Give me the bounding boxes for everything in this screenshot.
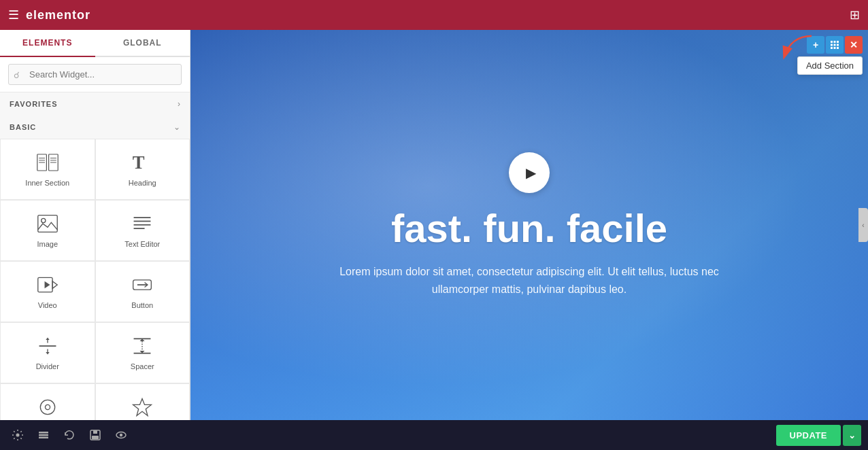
top-bar: ☰ elementor ⊞ — [0, 0, 868, 30]
inner-section-icon — [37, 152, 59, 173]
update-group: UPDATE ⌄ — [776, 425, 861, 446]
svg-rect-34 — [834, 41, 836, 43]
search-input[interactable] — [8, 64, 182, 85]
add-section-grid-btn[interactable] — [826, 36, 844, 54]
spacer-icon — [131, 335, 153, 357]
svg-point-10 — [41, 218, 45, 222]
svg-rect-38 — [837, 44, 839, 46]
tab-elements[interactable]: ELEMENTS — [0, 30, 95, 57]
arrow-annotation — [771, 33, 825, 67]
svg-rect-9 — [38, 215, 57, 232]
svg-rect-47 — [93, 430, 97, 434]
inner-section-label: Inner Section — [25, 179, 69, 187]
search-icon: ☌ — [14, 69, 20, 80]
play-icon: ▶ — [526, 165, 536, 181]
widget-grid: Inner Section T Heading Image — [0, 139, 190, 420]
svg-text:T: T — [133, 152, 145, 173]
sidebar-tabs: ELEMENTS GLOBAL — [0, 30, 190, 57]
divider-label: Divider — [36, 362, 59, 370]
toolbar-save-icon[interactable] — [84, 424, 106, 446]
canvas-topbar: + ✕ Add Section — [190, 30, 868, 60]
elementor-logo: elementor — [26, 8, 90, 22]
svg-point-42 — [16, 434, 20, 437]
add-section-close-btn[interactable]: ✕ — [845, 36, 863, 54]
basic-section-header[interactable]: BASIC ⌄ — [0, 116, 190, 139]
button-label: Button — [131, 301, 153, 309]
top-bar-left: ☰ elementor — [8, 7, 90, 22]
svg-marker-16 — [52, 281, 57, 289]
svg-point-50 — [120, 434, 122, 436]
hero-content: ▶ fast. fun. facile Lorem ipsum dolor si… — [312, 152, 747, 298]
widget-spacer[interactable]: Spacer — [95, 322, 190, 383]
spacer-label: Spacer — [131, 362, 154, 370]
svg-rect-35 — [837, 41, 839, 43]
svg-rect-40 — [834, 47, 836, 49]
svg-rect-44 — [39, 434, 48, 436]
svg-marker-23 — [46, 338, 49, 341]
divider-icon — [37, 335, 59, 357]
heading-label: Heading — [129, 179, 156, 187]
widget-heading[interactable]: T Heading — [95, 139, 190, 200]
favorites-section-header[interactable]: FAVORITES › — [0, 92, 190, 116]
heading-icon: T — [131, 152, 153, 173]
play-button[interactable]: ▶ — [509, 152, 550, 193]
svg-rect-37 — [834, 44, 836, 46]
svg-rect-39 — [831, 47, 833, 49]
widget-video[interactable]: Video — [0, 261, 95, 322]
toolbar-undo-icon[interactable] — [59, 424, 80, 446]
text-editor-label: Text Editor — [124, 240, 160, 248]
update-button[interactable]: UPDATE — [776, 425, 841, 446]
svg-rect-45 — [39, 437, 48, 439]
grid-icon[interactable]: ⊞ — [850, 7, 860, 22]
search-wrapper: ☌ — [8, 64, 182, 85]
text-editor-icon — [131, 213, 153, 235]
svg-point-31 — [45, 404, 50, 409]
image-icon — [37, 213, 59, 235]
hero-title: fast. fun. facile — [339, 207, 720, 250]
widget-text-editor[interactable]: Text Editor — [95, 200, 190, 261]
update-arrow-button[interactable]: ⌄ — [843, 425, 861, 446]
svg-marker-24 — [46, 352, 49, 355]
icon1-icon — [37, 396, 59, 418]
image-label: Image — [37, 240, 58, 248]
svg-marker-17 — [44, 281, 50, 289]
widget-icon1[interactable] — [0, 383, 95, 420]
main-layout: ELEMENTS GLOBAL ☌ FAVORITES › BASIC ⌄ — [0, 30, 868, 420]
bottom-toolbar-left — [7, 424, 132, 446]
tab-global[interactable]: GLOBAL — [95, 30, 190, 56]
grid-dots-icon — [830, 40, 839, 50]
svg-rect-41 — [837, 47, 839, 49]
sidebar: ELEMENTS GLOBAL ☌ FAVORITES › BASIC ⌄ — [0, 30, 190, 420]
widget-image[interactable]: Image — [0, 200, 95, 261]
toolbar-layers-icon[interactable] — [33, 424, 54, 446]
collapse-handle[interactable]: ‹ — [858, 208, 868, 242]
add-section-group: + ✕ Add Section — [807, 36, 863, 54]
svg-point-30 — [40, 400, 54, 414]
canvas-area: + ✕ Add Section ▶ fa — [190, 30, 868, 420]
button-icon — [131, 274, 153, 296]
svg-rect-43 — [39, 432, 48, 434]
svg-rect-36 — [831, 44, 833, 46]
basic-chevron-icon: ⌄ — [173, 122, 180, 132]
icon2-icon — [131, 396, 153, 418]
sidebar-content: Inner Section T Heading Image — [0, 139, 190, 420]
video-label: Video — [38, 301, 57, 309]
favorites-label: FAVORITES — [10, 100, 58, 108]
hero-subtitle: Lorem ipsum dolor sit amet, consectetur … — [339, 263, 720, 298]
basic-label: BASIC — [10, 123, 36, 131]
widget-button[interactable]: Button — [95, 261, 190, 322]
svg-rect-48 — [92, 436, 99, 439]
search-container: ☌ — [0, 57, 190, 92]
widget-divider[interactable]: Divider — [0, 322, 95, 383]
toolbar-settings-icon[interactable] — [7, 424, 29, 446]
bottom-toolbar: UPDATE ⌄ — [0, 420, 868, 450]
favorites-chevron-icon: › — [178, 99, 180, 109]
widget-icon2[interactable] — [95, 383, 190, 420]
video-icon — [37, 274, 59, 296]
toolbar-eye-icon[interactable] — [110, 424, 132, 446]
widget-inner-section[interactable]: Inner Section — [0, 139, 95, 200]
hamburger-icon[interactable]: ☰ — [8, 7, 19, 22]
svg-rect-33 — [831, 41, 833, 43]
hero-section: + ✕ Add Section ▶ fa — [190, 30, 868, 420]
